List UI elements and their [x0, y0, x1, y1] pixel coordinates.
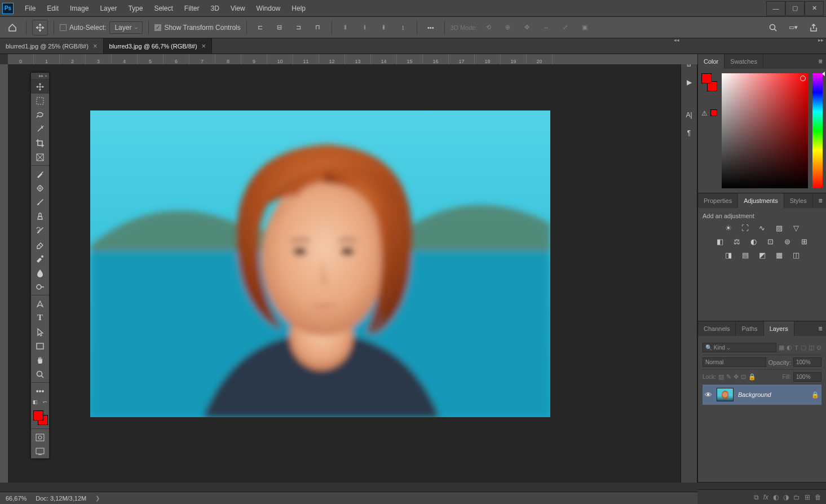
close-tab-icon[interactable]: × — [202, 42, 206, 50]
panel-menu-icon[interactable]: ≡ — [815, 54, 826, 69]
edit-toolbar-icon[interactable]: ••• — [31, 382, 49, 398]
tab-properties[interactable]: Properties — [698, 193, 738, 208]
frame-tool[interactable] — [31, 150, 49, 164]
foreground-color[interactable] — [701, 73, 712, 83]
panel-menu-icon[interactable]: ≡ — [815, 193, 826, 208]
menu-help[interactable]: Help — [286, 1, 311, 16]
distribute-vcenter-icon[interactable]: ⫲ — [357, 20, 373, 36]
window-close-button[interactable]: ✕ — [805, 1, 824, 16]
type-tool[interactable]: T — [31, 311, 49, 325]
workspace-switcher-icon[interactable]: ▭▾ — [785, 20, 801, 36]
menu-layer[interactable]: Layer — [94, 1, 122, 16]
filter-pixel-icon[interactable]: ▦ — [779, 344, 784, 351]
selective-color-icon[interactable]: ◫ — [790, 250, 802, 260]
distribute-top-icon[interactable]: ⫴ — [338, 20, 354, 36]
lock-position-icon[interactable]: ✥ — [734, 373, 739, 381]
rectangle-tool[interactable] — [31, 339, 49, 353]
gamut-color-swatch[interactable] — [710, 109, 717, 116]
gradient-map-icon[interactable]: ▦ — [774, 250, 785, 260]
hue-slider[interactable] — [812, 73, 823, 188]
layer-filter-kind-dropdown[interactable]: 🔍 Kind ⌵ — [703, 343, 776, 352]
fill-input[interactable]: 100% — [793, 372, 821, 382]
exposure-icon[interactable]: ▨ — [774, 223, 785, 233]
lock-image-icon[interactable]: ✎ — [726, 373, 731, 381]
blend-mode-dropdown[interactable]: Normal — [703, 357, 766, 367]
tab-styles[interactable]: Styles — [784, 193, 813, 208]
layer-group-icon[interactable]: 🗀 — [793, 493, 800, 501]
paragraph-panel-icon[interactable]: ¶ — [683, 127, 695, 139]
move-tool[interactable] — [31, 79, 49, 94]
hue-cursor[interactable] — [822, 72, 825, 76]
filter-shape-icon[interactable]: ▢ — [801, 344, 806, 351]
curves-icon[interactable]: ∿ — [757, 223, 768, 233]
layer-style-icon[interactable]: fx — [763, 493, 768, 501]
gradient-tool[interactable] — [31, 251, 49, 266]
tab-color[interactable]: Color — [698, 54, 725, 69]
hand-tool[interactable] — [31, 353, 49, 367]
eraser-tool[interactable] — [31, 237, 49, 251]
photo-filter-icon[interactable]: ⊡ — [765, 236, 776, 246]
layer-lock-icon[interactable]: 🔒 — [811, 391, 819, 399]
auto-select-target-dropdown[interactable]: Layer⌵ — [109, 21, 143, 34]
character-panel-icon[interactable]: A| — [683, 109, 695, 121]
tab-channels[interactable]: Channels — [698, 321, 736, 336]
foreground-background-colors[interactable] — [31, 408, 49, 426]
canvas-area[interactable]: ▸▸ × T ••• ◧⤺ — [8, 64, 681, 483]
menu-image[interactable]: Image — [64, 1, 94, 16]
document-tab[interactable]: blurred1.jpg @ 25% (RGB/8#)× — [0, 38, 104, 54]
path-selection-tool[interactable] — [31, 325, 49, 339]
layer-mask-icon[interactable]: ◐ — [773, 493, 779, 501]
tab-layers[interactable]: Layers — [764, 321, 794, 336]
menu-type[interactable]: Type — [122, 1, 148, 16]
adjustment-layer-icon[interactable]: ◑ — [783, 493, 789, 501]
ruler-horizontal[interactable]: 01234567891011121314151617181920 — [8, 54, 697, 64]
lock-all-icon[interactable]: 🔒 — [748, 373, 756, 381]
clone-stamp-tool[interactable] — [31, 209, 49, 223]
color-panel-swatches[interactable] — [701, 73, 717, 96]
healing-brush-tool[interactable] — [31, 181, 49, 195]
distribute-bottom-icon[interactable]: ⫵ — [376, 20, 392, 36]
dodge-tool[interactable] — [31, 280, 49, 294]
color-picker-cursor[interactable] — [800, 76, 806, 81]
layer-name[interactable]: Background — [738, 391, 807, 398]
delete-layer-icon[interactable]: 🗑 — [815, 493, 821, 501]
magic-wand-tool[interactable] — [31, 122, 49, 136]
levels-icon[interactable]: ⛶ — [740, 223, 751, 233]
quick-mask-tool[interactable] — [31, 428, 49, 444]
menu-window[interactable]: Window — [251, 1, 286, 16]
toolbox-header[interactable]: ▸▸ × — [31, 73, 49, 79]
new-layer-icon[interactable]: ⊞ — [805, 493, 810, 501]
window-minimize-button[interactable]: — — [766, 1, 785, 16]
hue-saturation-icon[interactable]: ◧ — [714, 236, 726, 246]
actions-panel-icon[interactable]: ▶ — [683, 77, 695, 88]
foreground-color-swatch[interactable] — [33, 410, 43, 421]
color-balance-icon[interactable]: ⚖ — [731, 236, 743, 246]
threshold-icon[interactable]: ◩ — [757, 250, 768, 260]
align-right-icon[interactable]: ⊐ — [291, 20, 307, 36]
pen-tool[interactable] — [31, 295, 49, 311]
more-options-icon[interactable]: ••• — [423, 20, 439, 36]
posterize-icon[interactable]: ▤ — [740, 250, 751, 260]
lock-transparency-icon[interactable]: ▨ — [718, 373, 724, 381]
document-tab[interactable]: blurred3.jpg @ 66,7% (RGB/8#)× — [104, 38, 213, 54]
menu-filter[interactable]: Filter — [179, 1, 205, 16]
layer-visibility-icon[interactable]: 👁 — [705, 391, 712, 399]
show-transform-checkbox[interactable]: ✓Show Transform Controls — [154, 24, 240, 32]
lasso-tool[interactable] — [31, 108, 49, 122]
align-top-icon[interactable]: ⊓ — [310, 20, 326, 36]
opacity-input[interactable]: 100% — [793, 357, 821, 367]
channel-mixer-icon[interactable]: ⊚ — [782, 236, 793, 246]
crop-tool[interactable] — [31, 136, 49, 150]
tab-swatches[interactable]: Swatches — [725, 54, 763, 69]
filter-toggle-icon[interactable]: ⊙ — [816, 344, 821, 351]
invert-icon[interactable]: ◨ — [723, 250, 734, 260]
saturation-brightness-field[interactable] — [722, 73, 808, 188]
share-icon[interactable] — [806, 20, 821, 36]
collapse-dock-right-icon[interactable]: ▸▸ — [818, 37, 824, 43]
filter-smart-icon[interactable]: ◫ — [809, 344, 814, 351]
document-canvas[interactable] — [90, 110, 550, 417]
collapse-dock-left-icon[interactable]: ◂◂ — [674, 37, 679, 43]
default-colors-icon[interactable]: ◧⤺ — [31, 398, 49, 406]
menu-select[interactable]: Select — [148, 1, 178, 16]
screen-mode-tool[interactable] — [31, 444, 49, 458]
